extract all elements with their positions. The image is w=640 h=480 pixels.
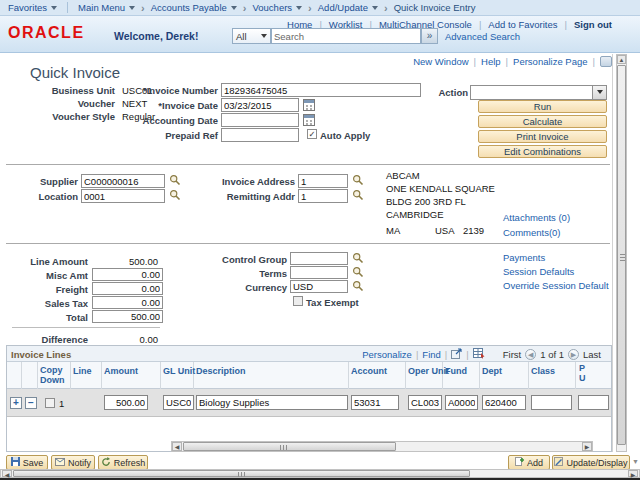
grid-h-scrollbar[interactable]: ◀ ▶: [171, 441, 593, 452]
column-header-copy-down: Copy Down: [40, 365, 68, 385]
override-session-default-link[interactable]: Override Session Default: [503, 280, 609, 291]
grid-first-label: First: [503, 349, 521, 360]
remitting-addr-input[interactable]: [298, 189, 348, 203]
currency-input[interactable]: [290, 280, 348, 293]
edit-combinations-button[interactable]: Edit Combinations: [478, 145, 607, 158]
nav-separator: [565, 19, 567, 30]
page-h-scrollbar[interactable]: ◀ ▶: [0, 469, 640, 478]
column-header-class: Class: [531, 366, 555, 376]
scroll-right-icon[interactable]: ▶: [582, 442, 592, 451]
attachments-link[interactable]: Attachments (0): [503, 212, 570, 223]
add-button[interactable]: Add: [508, 455, 550, 470]
address-line-4: CAMBRIDGE: [386, 209, 444, 220]
breadcrumb-item-main-menu[interactable]: Main Menu: [78, 2, 135, 13]
previous-page-icon[interactable]: ◀: [525, 349, 536, 360]
caret-down-icon: [231, 6, 237, 10]
nav-add-to-favorites[interactable]: Add to Favorites: [488, 19, 557, 30]
terms-lookup-icon[interactable]: [352, 266, 364, 280]
supplier-input[interactable]: [81, 174, 165, 188]
breadcrumb: Favorites Main Menu Accounts Payable Vou…: [0, 0, 640, 16]
row-fund-input[interactable]: [445, 395, 478, 410]
auto-apply-checkbox[interactable]: ✓: [307, 129, 317, 139]
personalize-page-link[interactable]: Personalize Page: [513, 56, 587, 67]
download-icon[interactable]: [473, 348, 485, 361]
help-link[interactable]: Help: [481, 56, 501, 67]
calculate-button[interactable]: Calculate: [478, 115, 607, 128]
row-dept-input[interactable]: [482, 395, 526, 410]
invoice-number-input[interactable]: [221, 83, 421, 97]
grid-find-link[interactable]: Find: [422, 349, 440, 360]
delete-row-button[interactable]: −: [25, 397, 37, 409]
search-go-button[interactable]: »: [421, 28, 438, 44]
page-v-scrollbar[interactable]: ▲: [616, 54, 627, 452]
location-lookup-icon[interactable]: [169, 189, 181, 203]
prepaid-ref-input[interactable]: [221, 128, 299, 142]
update-display-button[interactable]: Update/Display: [552, 455, 630, 470]
accounting-date-input[interactable]: [221, 113, 299, 127]
notify-button[interactable]: Notify: [51, 455, 95, 470]
calendar-icon[interactable]: [303, 114, 315, 128]
update-display-icon: [554, 457, 563, 468]
grid-h-scrollbar-thumb[interactable]: [183, 442, 396, 451]
row-po-unit-input[interactable]: [578, 395, 609, 410]
scroll-left-icon[interactable]: ◀: [2, 470, 12, 477]
currency-lookup-icon[interactable]: [352, 280, 364, 294]
breadcrumb-item-favorites[interactable]: Favorites: [8, 2, 57, 13]
add-row-button[interactable]: +: [10, 397, 22, 409]
misc-amt-input[interactable]: [92, 268, 163, 281]
nav-sign-out[interactable]: Sign out: [574, 19, 612, 30]
calendar-icon[interactable]: [303, 99, 315, 113]
payments-link[interactable]: Payments: [503, 252, 545, 263]
row-oper-unit-input[interactable]: [408, 395, 442, 410]
location-input[interactable]: [81, 189, 165, 203]
action-select-arrow[interactable]: [592, 86, 606, 99]
terms-input[interactable]: [290, 266, 348, 279]
breadcrumb-item-vouchers[interactable]: Vouchers: [252, 2, 302, 13]
invoice-date-input[interactable]: [221, 98, 299, 112]
control-separator: [416, 349, 418, 360]
session-defaults-link[interactable]: Session Defaults: [503, 266, 574, 277]
page-url-icon[interactable]: [600, 56, 612, 67]
remitting-addr-lookup-icon[interactable]: [352, 189, 364, 203]
total-input[interactable]: [92, 310, 163, 323]
row-amount-input[interactable]: [104, 395, 148, 410]
breadcrumb-item-accounts-payable[interactable]: Accounts Payable: [151, 2, 237, 13]
scroll-right-icon[interactable]: ▶: [628, 470, 638, 477]
new-window-link[interactable]: New Window: [413, 56, 468, 67]
save-button[interactable]: Save: [6, 455, 48, 470]
comments-link[interactable]: Comments(0): [503, 227, 561, 238]
search-input[interactable]: [271, 28, 421, 44]
page-h-scrollbar-thumb[interactable]: [13, 470, 470, 477]
scroll-up-icon[interactable]: ▲: [617, 55, 626, 64]
row-account-input[interactable]: [351, 395, 399, 410]
search-scope-select[interactable]: All: [232, 28, 271, 44]
page-v-scrollbar-thumb[interactable]: [617, 65, 626, 445]
row-class-input[interactable]: [531, 395, 572, 410]
grid-personalize-link[interactable]: Personalize: [362, 349, 412, 360]
refresh-button[interactable]: Refresh: [98, 455, 148, 470]
tax-exempt-label: Tax Exempt: [306, 297, 359, 308]
invoice-address-input[interactable]: [298, 174, 348, 188]
row-description-input[interactable]: [196, 395, 348, 410]
next-page-icon[interactable]: ▶: [568, 349, 579, 360]
advanced-search-link[interactable]: Advanced Search: [445, 31, 520, 42]
tax-exempt-checkbox[interactable]: [293, 296, 303, 306]
invoice-address-lookup-icon[interactable]: [352, 174, 364, 188]
control-group-lookup-icon[interactable]: [352, 252, 364, 266]
sales-tax-input[interactable]: [92, 296, 163, 309]
scroll-left-icon[interactable]: ◀: [172, 442, 182, 451]
auto-apply-label: Auto Apply: [320, 130, 370, 141]
row-gl-unit-input[interactable]: [163, 395, 194, 410]
supplier-lookup-icon[interactable]: [169, 174, 181, 188]
view-all-icon[interactable]: [451, 348, 462, 361]
freight-input[interactable]: [92, 282, 163, 295]
address-state: MA: [386, 225, 400, 236]
control-group-input[interactable]: [290, 252, 348, 265]
action-select[interactable]: [470, 85, 607, 100]
copy-down-checkbox[interactable]: [45, 398, 55, 408]
breadcrumb-item-add-update[interactable]: Add/Update: [318, 2, 378, 13]
print-invoice-button[interactable]: Print Invoice: [478, 130, 607, 143]
scroll-down-icon[interactable]: ▼: [632, 458, 639, 465]
invoice-lines-grid: Invoice Lines Personalize Find First ◀ 1…: [6, 345, 612, 452]
run-button[interactable]: Run: [478, 100, 607, 113]
